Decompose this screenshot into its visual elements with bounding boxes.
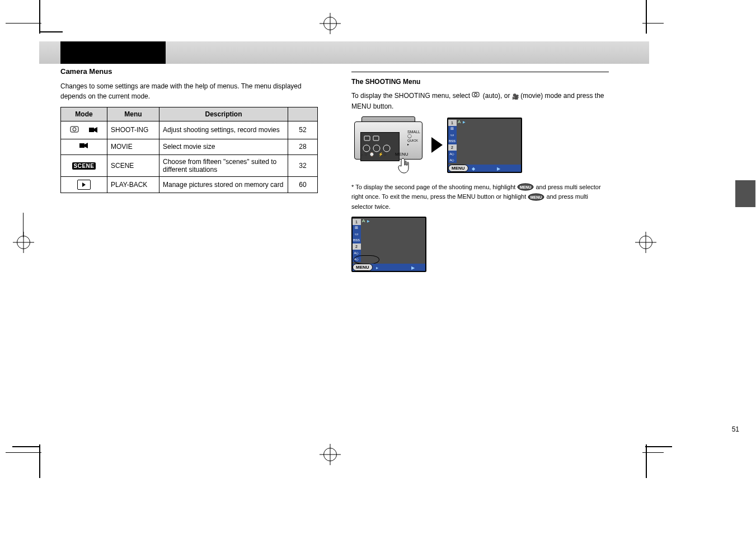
svg-rect-9 xyxy=(373,136,379,140)
svg-point-12 xyxy=(383,145,390,152)
scene-mode-icon: SCENE xyxy=(72,162,96,170)
lcd-menu-badge: MENU xyxy=(353,264,373,271)
lcd-screen-2: A ▶ 1 ⊞ ▭ BSS 2 A◇ A◇ MENU ▸ ▶ xyxy=(351,217,426,272)
table-row: MOVIE Select movie size 28 xyxy=(61,139,318,154)
page-cell: 32 xyxy=(288,154,318,176)
menu-pill-icon: MENU xyxy=(528,193,544,203)
mode-cell xyxy=(61,121,107,139)
right-note: * To display the second page of the shoo… xyxy=(351,182,609,212)
th-desc: Description xyxy=(159,107,288,121)
th-mode: Mode xyxy=(61,107,107,121)
table-row: SCENE SCENE Choose from fifteen "scenes"… xyxy=(61,154,318,176)
pressing-finger-icon xyxy=(396,157,410,174)
camera-auto-icon xyxy=(472,91,481,98)
menu-cell: PLAY-BACK xyxy=(107,176,159,193)
movie-icon xyxy=(88,127,98,134)
desc-cell: Choose from fifteen "scenes" suited to d… xyxy=(159,154,288,176)
menu-button-label: MENU xyxy=(395,152,408,157)
menu-cell: MOVIE xyxy=(107,139,159,154)
section-title-box xyxy=(60,41,166,64)
arrow-icon xyxy=(431,137,443,153)
svg-rect-4 xyxy=(79,143,84,148)
camera-icon xyxy=(69,124,86,134)
menu-pill-icon: MENU xyxy=(517,182,534,193)
svg-rect-2 xyxy=(89,128,94,132)
menus-table: Mode Menu Description SHOOT-ING Adjust s… xyxy=(60,107,318,193)
playback-mode-icon xyxy=(77,180,91,190)
right-subheading: The SHOOTING Menu xyxy=(351,77,609,87)
highlight-oval xyxy=(354,255,379,264)
right-step1: To display the SHOOTING menu, select (au… xyxy=(351,91,609,112)
svg-text:MENU: MENU xyxy=(520,185,532,189)
page-cell: 28 xyxy=(288,139,318,154)
svg-marker-3 xyxy=(94,127,97,133)
menu-cell: SCENE xyxy=(107,154,159,176)
movie-inline-icon: 🎥 xyxy=(512,92,519,101)
page-cell: 60 xyxy=(288,176,318,193)
mode-cell xyxy=(61,139,107,154)
lcd-menu-badge: MENU xyxy=(448,165,468,172)
svg-point-11 xyxy=(373,145,380,152)
th-page xyxy=(288,107,318,121)
mode-cell xyxy=(61,176,107,193)
page-cell: 52 xyxy=(288,121,318,139)
svg-point-10 xyxy=(363,145,370,152)
movie-icon xyxy=(79,142,89,150)
table-row: PLAY-BACK Manage pictures stored on memo… xyxy=(61,176,318,193)
svg-rect-8 xyxy=(364,136,370,140)
menu-cell: SHOOT-ING xyxy=(107,121,159,139)
left-intro: Changes to some settings are made with t… xyxy=(60,81,318,101)
camera-rear-illustration: SMALL◯QUICK▸ ▲✿ ⌚ ⚡◉ MENU xyxy=(351,116,427,175)
left-heading: Camera Menus xyxy=(60,67,318,77)
svg-point-7 xyxy=(475,93,477,96)
desc-cell: Select movie size xyxy=(159,139,288,154)
table-row: SHOOT-ING Adjust shooting settings, reco… xyxy=(61,121,318,139)
th-menu: Menu xyxy=(107,107,159,121)
lcd-screen-1: A ▶ 1 ⊞ ▭ BSS 2 A◇ A◇ MENU ◆ ▶ xyxy=(447,118,522,173)
desc-cell: Manage pictures stored on memory card xyxy=(159,176,288,193)
svg-marker-5 xyxy=(84,143,88,148)
svg-point-1 xyxy=(73,128,76,131)
mode-cell: SCENE xyxy=(61,154,107,176)
page-number: 51 xyxy=(732,425,739,433)
illustration-row: SMALL◯QUICK▸ ▲✿ ⌚ ⚡◉ MENU xyxy=(351,116,609,175)
desc-cell: Adjust shooting settings, record movies xyxy=(159,121,288,139)
svg-text:MENU: MENU xyxy=(530,195,542,199)
thumb-tab xyxy=(735,180,755,207)
